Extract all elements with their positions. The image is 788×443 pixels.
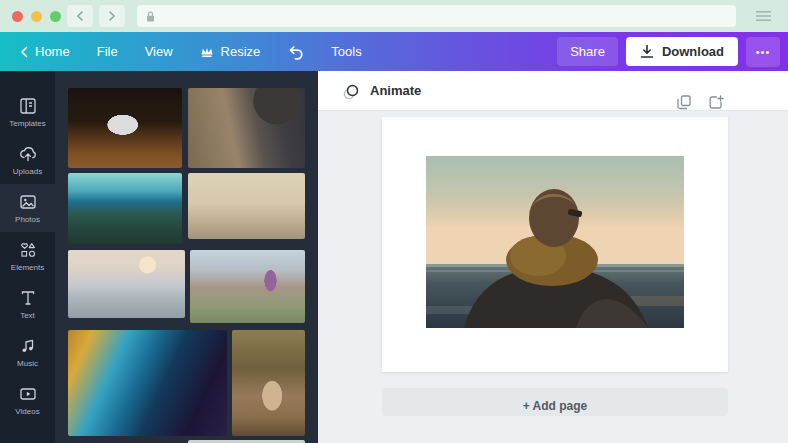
chevron-left-icon (76, 11, 84, 21)
tools-label: Tools (331, 44, 361, 59)
address-bar[interactable] (137, 5, 736, 27)
sidebar-label: Videos (15, 407, 39, 416)
photos-panel (55, 71, 318, 443)
add-page-button[interactable]: + Add page (382, 388, 728, 416)
download-icon (640, 44, 654, 59)
elements-shapes-icon (18, 240, 38, 260)
sidebar-item-uploads[interactable]: Uploads (0, 136, 55, 184)
text-icon (18, 288, 38, 308)
animate-button[interactable]: Animate (342, 82, 421, 100)
home-label: Home (35, 44, 70, 59)
crown-icon (200, 46, 214, 58)
browser-chrome (0, 0, 788, 32)
undo-icon (287, 44, 304, 60)
resize-label: Resize (221, 44, 261, 59)
sidebar-label: Music (17, 359, 38, 368)
templates-icon (18, 96, 38, 116)
sidebar-label: Uploads (13, 167, 42, 176)
view-menu[interactable]: View (145, 44, 173, 59)
download-button[interactable]: Download (626, 37, 738, 66)
file-label: File (97, 44, 118, 59)
menubar-left: Home File View Resize Tools (0, 44, 557, 60)
window-controls (12, 11, 61, 22)
photo-thumbnail-forest-coast[interactable] (68, 173, 182, 244)
view-label: View (145, 44, 173, 59)
menubar-right: Share Download ••• (557, 37, 788, 67)
sidebar-label: Photos (15, 215, 40, 224)
page-photo-person-by-sea[interactable] (426, 156, 684, 328)
photo-thumbnail-couple-beach[interactable] (190, 250, 305, 323)
duplicate-icon (677, 95, 691, 110)
resize-button[interactable]: Resize (200, 44, 261, 59)
editor-main-area: Animate (318, 71, 788, 443)
design-page[interactable] (382, 117, 728, 372)
sidebar-item-elements[interactable]: Elements (0, 232, 55, 280)
add-page-icon-button[interactable] (709, 95, 724, 110)
zoom-window-button[interactable] (50, 11, 61, 22)
browser-forward-button[interactable] (99, 5, 125, 27)
photo-thumbnail-deer-forest[interactable] (232, 330, 305, 436)
editor-menubar: Home File View Resize Tools Share (0, 32, 788, 71)
duplicate-page-button[interactable] (677, 95, 691, 110)
minimize-window-button[interactable] (31, 11, 42, 22)
sidebar-item-text[interactable]: Text (0, 280, 55, 328)
animate-icon (342, 82, 361, 100)
hamburger-icon (756, 10, 771, 22)
tools-menu[interactable]: Tools (331, 44, 361, 59)
music-note-icon (18, 336, 38, 356)
animate-label: Animate (370, 83, 421, 98)
browser-menu-button[interactable] (748, 5, 778, 27)
browser-back-button[interactable] (67, 5, 93, 27)
photo-thumbnail-laptop-desk[interactable] (68, 88, 182, 168)
sidebar-item-templates[interactable]: Templates (0, 88, 55, 136)
download-label: Download (662, 44, 724, 59)
photo-thumbnail-abstract-ocean[interactable] (68, 330, 227, 436)
photo-thumbnail-dunes-walker[interactable] (68, 250, 185, 318)
more-options-button[interactable]: ••• (746, 37, 780, 67)
photo-thumbnail-sepia-beach[interactable] (188, 173, 305, 239)
undo-button[interactable] (287, 44, 304, 60)
sidebar-label: Templates (9, 119, 45, 128)
chevron-left-icon (20, 46, 28, 58)
sidebar-item-photos[interactable]: Photos (0, 184, 55, 232)
chevron-right-icon (108, 11, 116, 21)
video-play-icon (18, 384, 38, 404)
file-menu[interactable]: File (97, 44, 118, 59)
lock-icon (145, 10, 156, 23)
object-panel-sidebar: Templates Uploads Photos Elem (0, 71, 55, 443)
close-window-button[interactable] (12, 11, 23, 22)
share-button[interactable]: Share (557, 37, 618, 66)
sidebar-item-music[interactable]: Music (0, 328, 55, 376)
upload-cloud-icon (18, 144, 38, 164)
photos-icon (18, 192, 38, 212)
sidebar-label: Elements (11, 263, 44, 272)
home-button[interactable]: Home (20, 44, 70, 59)
canva-editor-window: Home File View Resize Tools Share (0, 0, 788, 443)
add-page-icon (709, 95, 724, 110)
sidebar-item-videos[interactable]: Videos (0, 376, 55, 424)
photo-thumbnail-person-typing[interactable] (188, 88, 305, 168)
page-tools (677, 95, 724, 110)
sidebar-label: Text (20, 311, 35, 320)
